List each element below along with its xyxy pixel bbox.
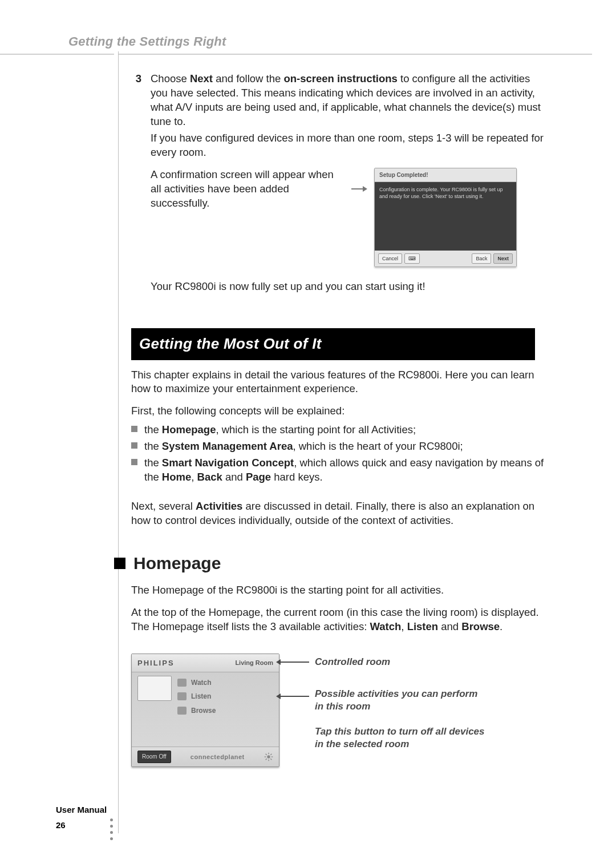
footer: User Manual 26 xyxy=(56,805,107,830)
bold: Back xyxy=(197,471,222,483)
square-bullet-icon xyxy=(131,459,137,465)
bold: Watch xyxy=(370,620,402,632)
browse-icon xyxy=(177,707,187,715)
text: . xyxy=(500,620,502,632)
bold: Homepage xyxy=(162,424,216,435)
text: Next, several xyxy=(131,500,196,512)
setup-complete-screenshot: Setup Completed! Configuration is comple… xyxy=(374,168,517,268)
square-bullet-icon xyxy=(114,558,125,569)
activity-browse[interactable]: Browse xyxy=(177,706,216,715)
svg-line-5 xyxy=(266,754,267,755)
bold: Listen xyxy=(407,620,438,632)
list-item: the Smart Navigation Concept, which allo… xyxy=(131,456,546,485)
step-number: 3 xyxy=(131,72,141,294)
text: hard keys. xyxy=(271,471,323,483)
concept-list: the Homepage, which is the starting poin… xyxy=(131,423,546,485)
running-head: Getting the Settings Right xyxy=(68,34,558,49)
arrow-right-icon xyxy=(351,185,367,193)
text: the xyxy=(144,424,162,435)
footer-title: User Manual xyxy=(56,805,107,814)
svg-point-0 xyxy=(267,755,270,758)
activity-label: Listen xyxy=(191,692,211,701)
confirmation-text: A confirmation screen will appear when a… xyxy=(151,168,345,211)
bold: Smart Navigation Concept xyxy=(162,457,294,469)
section-heading-row: Homepage xyxy=(114,552,546,575)
first-line: First, the following concepts will be ex… xyxy=(131,404,546,418)
text: and xyxy=(438,620,461,632)
activity-label: Browse xyxy=(191,706,216,715)
text: the xyxy=(144,440,162,452)
square-bullet-icon xyxy=(131,442,137,449)
svg-line-6 xyxy=(270,759,271,760)
square-bullet-icon xyxy=(131,426,137,432)
back-button[interactable]: Back xyxy=(472,253,491,264)
text: and follow the xyxy=(213,72,283,84)
keyboard-icon[interactable]: ⌨ xyxy=(404,253,420,264)
screenshot-title: Setup Completed! xyxy=(375,168,516,183)
cancel-button[interactable]: Cancel xyxy=(378,253,402,264)
callout-room-off: Tap this button to turn off all devices … xyxy=(315,725,486,751)
text: , xyxy=(401,620,407,632)
screenshot-body: Configuration is complete. Your RC9800i … xyxy=(375,182,516,251)
room-thumbnail xyxy=(137,676,172,701)
text: , which is the heart of your RC9800i; xyxy=(293,440,463,452)
tv-icon xyxy=(177,679,187,687)
room-off-button[interactable]: Room Off xyxy=(137,751,171,763)
bold: System Management Area xyxy=(162,440,293,452)
gear-icon[interactable] xyxy=(264,752,273,761)
page: Getting the Settings Right 3 Choose Next… xyxy=(56,34,558,767)
homepage-screenshot: PHILIPS Living Room Watch Listen Browse … xyxy=(131,654,279,767)
chapter-heading: Getting the Most Out of It xyxy=(131,328,535,360)
text: Choose xyxy=(151,72,190,84)
svg-line-8 xyxy=(270,754,271,755)
homepage-p1: The Homepage of the RC9800i is the start… xyxy=(131,583,546,598)
activity-watch[interactable]: Watch xyxy=(177,678,216,687)
text: , xyxy=(191,471,197,483)
step-3: 3 Choose Next and follow the on-screen i… xyxy=(131,72,546,294)
section-title: Homepage xyxy=(133,552,221,575)
callouts: Controlled room Possible activities you … xyxy=(286,654,546,767)
activity-label: Watch xyxy=(191,678,212,687)
speaker-icon xyxy=(177,692,187,700)
leader-line xyxy=(281,696,309,697)
room-label[interactable]: Living Room xyxy=(235,659,273,667)
homepage-p2: At the top of the Homepage, the current … xyxy=(131,606,546,634)
bold: Activities xyxy=(196,500,242,512)
svg-line-7 xyxy=(266,759,267,760)
callout-controlled-room: Controlled room xyxy=(315,656,390,668)
bold: on-screen instructions xyxy=(283,72,397,84)
bold: Browse xyxy=(461,620,500,632)
text: and xyxy=(222,471,246,483)
brand-logo: PHILIPS xyxy=(137,658,175,668)
bold: Home xyxy=(162,471,191,483)
header-rule xyxy=(56,54,558,55)
step-note: If you have configured devices in more t… xyxy=(151,131,546,160)
chapter-intro: This chapter explains in detail the vari… xyxy=(131,368,546,397)
next-button[interactable]: Next xyxy=(493,253,513,264)
connected-planet-label: connectedplanet xyxy=(191,753,245,761)
activity-listen[interactable]: Listen xyxy=(177,692,216,701)
step-text: Choose Next and follow the on-screen ins… xyxy=(151,72,541,127)
setup-done-text: Your RC9800i is now fully set up and you… xyxy=(151,280,546,294)
text: the xyxy=(144,457,162,469)
bold: Page xyxy=(246,471,271,483)
page-number: 26 xyxy=(56,820,107,830)
screenshot-footer: Cancel ⌨ Back Next xyxy=(375,251,516,267)
bold: Next xyxy=(190,72,213,84)
text: , which is the starting point for all Ac… xyxy=(216,424,416,435)
callout-activities: Possible activities you can perform in t… xyxy=(315,688,486,713)
next-paragraph: Next, several Activities are discussed i… xyxy=(131,499,546,528)
list-item: the Homepage, which is the starting poin… xyxy=(131,423,546,437)
leader-line xyxy=(281,662,309,663)
list-item: the System Management Area, which is the… xyxy=(131,439,546,454)
footer-dots xyxy=(110,818,113,840)
